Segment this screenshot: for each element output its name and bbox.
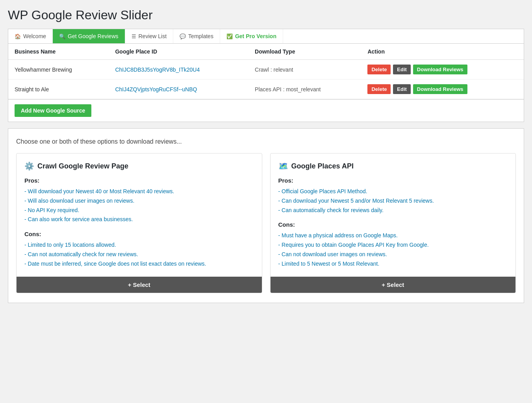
cell-business-name: Yellowhammer Brewing xyxy=(8,60,109,79)
download-reviews-button[interactable]: Download Reviews xyxy=(413,65,467,74)
nav-item-templates[interactable]: 💬 Templates xyxy=(173,29,220,43)
nav-bar: 🏠 Welcome 🔍 Get Google Reviews ☰ Review … xyxy=(8,29,524,43)
choose-text: Choose one or both of these options to d… xyxy=(16,138,516,145)
list-icon: ☰ xyxy=(132,33,136,39)
edit-button[interactable]: Edit xyxy=(393,65,411,74)
nav-label-review-list: Review List xyxy=(139,33,167,39)
col-header-action: Action xyxy=(361,44,524,60)
chat-icon: 💬 xyxy=(180,33,186,39)
cell-download-type: Crawl : relevant xyxy=(248,60,361,79)
col-header-business: Business Name xyxy=(8,44,109,60)
nav-label-welcome: Welcome xyxy=(23,33,46,39)
place-id-link[interactable]: ChIJ4ZQVjptsYogRuCFSf--uNBQ xyxy=(115,86,197,92)
cell-actions: Delete Edit Download Reviews xyxy=(361,60,524,79)
con-item: - Date must be inferred, since Google do… xyxy=(24,259,254,269)
checkmark-icon: ✅ xyxy=(226,33,233,39)
card-crawl: ⚙️ Crawl Google Review Page Pros: - Will… xyxy=(16,153,262,293)
con-item: - Limited to 5 Newest or 5 Most Relevant… xyxy=(278,259,508,269)
edit-button[interactable]: Edit xyxy=(393,84,411,94)
cons-list: - Must have a physical address on Google… xyxy=(278,231,508,268)
col-header-download-type: Download Type xyxy=(248,44,361,60)
options-cards-row: ⚙️ Crawl Google Review Page Pros: - Will… xyxy=(16,153,516,293)
pro-item: - Will download your Newest 40 or Most R… xyxy=(24,187,254,196)
add-button-section: Add New Google Source xyxy=(8,100,524,122)
card-body: 🗺️ Google Places API Pros: - Official Go… xyxy=(271,153,516,277)
nav-item-pro[interactable]: ✅ Get Pro Version xyxy=(220,29,283,43)
nav-item-welcome[interactable]: 🏠 Welcome xyxy=(8,29,53,43)
card-title: 🗺️ Google Places API xyxy=(278,161,508,171)
card-places-api: 🗺️ Google Places API Pros: - Official Go… xyxy=(270,153,516,293)
table-header-row: Business Name Google Place ID Download T… xyxy=(8,44,524,60)
add-new-source-button[interactable]: Add New Google Source xyxy=(15,104,91,117)
select-button[interactable]: + Select xyxy=(271,277,516,293)
pros-label: Pros: xyxy=(278,177,508,184)
card-title: ⚙️ Crawl Google Review Page xyxy=(24,161,254,171)
pros-list: - Official Google Places API Method.- Ca… xyxy=(278,187,508,215)
select-button[interactable]: + Select xyxy=(17,277,262,293)
nav-label-get-reviews: Get Google Reviews xyxy=(68,33,118,39)
delete-button[interactable]: Delete xyxy=(367,65,391,74)
reviews-table-section: Business Name Google Place ID Download T… xyxy=(8,43,524,100)
cons-list: - Limited to only 15 locations allowed.-… xyxy=(24,240,254,268)
table-row: Yellowhammer Brewing ChIJC8DB3J5sYogRV8b… xyxy=(8,60,524,79)
home-icon: 🏠 xyxy=(15,33,21,39)
download-options-section: Choose one or both of these options to d… xyxy=(8,128,524,303)
download-reviews-button[interactable]: Download Reviews xyxy=(413,84,467,94)
con-item: - Requires you to obtain Google Places A… xyxy=(278,240,508,250)
con-item: - Can not automatically check for new re… xyxy=(24,250,254,259)
con-item: - Must have a physical address on Google… xyxy=(278,231,508,240)
page-title: WP Google Review Slider xyxy=(8,8,524,22)
card-icon: ⚙️ xyxy=(24,161,34,171)
con-item: - Can not download user images on review… xyxy=(278,250,508,259)
card-body: ⚙️ Crawl Google Review Page Pros: - Will… xyxy=(17,153,262,277)
cell-place-id: ChIJ4ZQVjptsYogRuCFSf--uNBQ xyxy=(109,79,248,99)
pro-item: - Will also download user images on revi… xyxy=(24,196,254,206)
pro-item: - Can automatically check for reviews da… xyxy=(278,206,508,215)
cell-place-id: ChIJC8DB3J5sYogRV8b_ITk20U4 xyxy=(109,60,248,79)
search-icon: 🔍 xyxy=(59,33,65,39)
card-icon: 🗺️ xyxy=(278,161,288,171)
pros-label: Pros: xyxy=(24,177,254,184)
nav-label-pro: Get Pro Version xyxy=(235,33,276,39)
nav-label-templates: Templates xyxy=(188,33,213,39)
con-item: - Limited to only 15 locations allowed. xyxy=(24,240,254,250)
cons-label: Cons: xyxy=(278,221,508,228)
pro-item: - Can also work for service area busines… xyxy=(24,215,254,224)
card-title-text: Google Places API xyxy=(291,162,354,170)
cell-actions: Delete Edit Download Reviews xyxy=(361,79,524,99)
table-row: Straight to Ale ChIJ4ZQVjptsYogRuCFSf--u… xyxy=(8,79,524,99)
delete-button[interactable]: Delete xyxy=(367,84,391,94)
card-title-text: Crawl Google Review Page xyxy=(37,162,128,170)
pro-item: - Can download your Newest 5 and/or Most… xyxy=(278,196,508,206)
pro-item: - No API Key required. xyxy=(24,206,254,215)
col-header-place-id: Google Place ID xyxy=(109,44,248,60)
reviews-table: Business Name Google Place ID Download T… xyxy=(8,44,524,99)
cell-business-name: Straight to Ale xyxy=(8,79,109,99)
cons-label: Cons: xyxy=(24,231,254,237)
cell-download-type: Places API : most_relevant xyxy=(248,79,361,99)
place-id-link[interactable]: ChIJC8DB3J5sYogRV8b_ITk20U4 xyxy=(115,67,200,73)
nav-item-get-reviews[interactable]: 🔍 Get Google Reviews xyxy=(53,29,125,43)
nav-item-review-list[interactable]: ☰ Review List xyxy=(125,29,174,43)
pros-list: - Will download your Newest 40 or Most R… xyxy=(24,187,254,224)
pro-item: - Official Google Places API Method. xyxy=(278,187,508,196)
